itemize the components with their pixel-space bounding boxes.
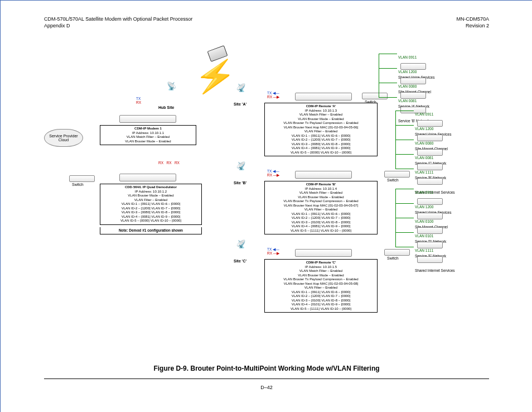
tx-label: TX [136, 97, 141, 100]
remote-a-brouter: VLAN Brouter Mode – Enabled [267, 117, 375, 122]
cloud-label: Service Provider Cloud [49, 134, 78, 142]
remote-b-v4: VLAN ID-4 – [0081] VLAN ID-9 – [0000] [267, 224, 375, 229]
remote-b-device [295, 171, 352, 179]
remote-a-v5: VLAN ID-5 – [0000] VLAN ID-10 – [0000] [267, 151, 375, 155]
revision: Revision 2 [456, 23, 489, 30]
remote-c-v1: VLAN ID-1 – [0911] VLAN ID-6 – [0000] [267, 290, 375, 295]
remote-b-brouter: VLAN Brouter Mode – Enabled [267, 195, 375, 200]
remote-c-title: CDM-IP Remote 'C' [267, 261, 375, 265]
remote-a-v2: VLAN ID-2 – [1200] VLAN ID-7 – [0000] [267, 138, 375, 142]
remote-c-v4: VLAN ID-4 – [0101] VLAN ID-9 – [0000] [267, 303, 375, 307]
remote-a-device [295, 93, 352, 100]
vlan-device-icon [417, 178, 443, 185]
site-c-antenna-icon: 📡 [236, 239, 246, 248]
vlan-device-icon [417, 256, 443, 263]
rx-label: RX [267, 173, 272, 177]
demod-v1: VLAN ID-1 – [0911] VLAN ID-6 – [0000] [102, 202, 200, 207]
remote-b-mac: VLAN Brouter Next Hop MAC [01-02-03-04-0… [267, 204, 375, 208]
vlan-id: VLAN 0911 [398, 55, 417, 59]
hub-switch-device [69, 175, 95, 182]
demod-filter: VLAN Filter – Enabled [102, 198, 200, 203]
remote-a-match: VLAN Match Filter – Enabled [267, 113, 375, 117]
modem1-filter: VLAN Match Filter – Enabled [102, 135, 194, 140]
remote-c-mac: VLAN Brouter Next Hop MAC [01-02-03-04-0… [267, 282, 375, 286]
remote-a-v1: VLAN ID-1 – [0911] VLAN ID-6 – [0000] [267, 134, 375, 138]
demod-device [119, 174, 176, 181]
remote-c-match: VLAN Match Filter – Enabled [267, 269, 375, 274]
demod-brouter: VLAN Brouter Mode – Enabled [102, 194, 200, 198]
vlan-id: VLAN 0101 [415, 234, 433, 238]
vlan-id: VLAN 0081 [398, 99, 417, 103]
remote-b-title: CDM-IP Remote 'B' [267, 183, 375, 187]
remote-c-ip: IP Address: 10.10.1.5 [267, 265, 375, 270]
modem1-box: CDM-IP Modem 1 IP Address: 10.10.1.1 VLA… [100, 125, 196, 145]
rx-label: RX [166, 161, 171, 165]
provider-cloud: Service Provider Cloud [44, 129, 83, 147]
doc-number: MN-CDM570A [456, 16, 489, 23]
demod-v2: VLAN ID-2 – [1200] VLAN ID-7 – [0000] [102, 207, 200, 211]
site-b-antenna-icon: 📡 [236, 161, 246, 170]
remote-a-title: CDM-IP Remote 'A' [267, 104, 375, 109]
demod-ip: IP Address: 10.10.1.2 [102, 190, 200, 194]
remote-c-v5: VLAN ID-5 – [1111] VLAN ID-10 – [0000] [267, 307, 375, 312]
demod-v5: VLAN ID-5 – [0000] VLAN ID-10 – [0000] [102, 219, 200, 223]
modem1-ip: IP Address: 10.10.1.1 [102, 131, 194, 136]
remote-b-box: CDM-IP Remote 'B' IP Address: 10.10.1.4 … [264, 181, 378, 234]
rx-label: RX [267, 251, 272, 255]
switch-label: Switch [72, 183, 84, 186]
remote-c-device [295, 249, 352, 257]
figure-caption: Figure D-9. Brouter Point-to-MultiPoint … [1, 365, 532, 372]
tx-label: TX [267, 169, 272, 173]
lightning-icon: ⚡ [193, 55, 238, 98]
site-a-antenna-icon: 📡 [236, 83, 246, 92]
remote-a-comp: VLAN Brouter Tx Payload Compression – En… [267, 121, 375, 126]
tx-label: TX [267, 91, 272, 95]
vlan-id: VLAN 1200 [415, 127, 433, 131]
vlan-id: VLAN 0080 [398, 84, 417, 88]
rx-label: RX [158, 161, 163, 165]
remote-b-comp: VLAN Brouter Tx Payload Compression – En… [267, 199, 375, 204]
vlan-id: VLAN 1200 [415, 205, 433, 209]
remote-a-filter: VLAN Filter – Enabled [267, 130, 375, 134]
site-a-label: Site 'A' [234, 102, 246, 106]
demod-v4: VLAN ID-4 – [0081] VLAN ID-9 – [0000] [102, 215, 200, 219]
remote-b-ip: IP Address: 10.10.1.4 [267, 187, 375, 191]
modem1-title: CDM-IP Modem 1 [102, 127, 194, 131]
rx-label: RX [267, 95, 272, 99]
modem1-brouter: VLAN Brouter Mode – Enabled [102, 140, 194, 144]
rx-label: RX [175, 161, 180, 165]
page-header: CDM-570L/570AL Satellite Modem with Opti… [44, 16, 489, 29]
vlan-id: VLAN 0081 [415, 156, 433, 160]
vlan-id: VLAN 1200 [398, 70, 417, 74]
remote-b-v5: VLAN ID-5 – [1111] VLAN ID-10 – [0000] [267, 229, 375, 233]
page-number: D–42 [1, 385, 532, 390]
site-b-label: Site 'B' [234, 181, 246, 185]
remote-c-brouter: VLAN Brouter Mode – Enabled [267, 274, 375, 278]
vlan-service: Shared Internet Services [415, 269, 455, 272]
appendix-label: Appendix D [44, 23, 192, 30]
remote-c-comp: VLAN Brouter Tx Payload Compression – En… [267, 277, 375, 282]
rx-label: RX [136, 100, 141, 104]
demod-box: CDD-564/L IP Quad Demodulator IP Address… [100, 184, 202, 225]
hub-modem-device [119, 115, 176, 123]
remote-b-v3: VLAN ID-3 – [0100] VLAN ID-8 – [0000] [267, 221, 375, 225]
vlan-id: VLAN 0911 [415, 112, 433, 116]
remote-c-box: CDM-IP Remote 'C' IP Address: 10.10.1.5 … [264, 259, 378, 313]
vlan-id: VLAN 0911 [415, 190, 433, 194]
switch-label: Switch [387, 178, 399, 182]
remote-c-filter: VLAN Filter – Enabled [267, 286, 375, 290]
vlan-id: VLAN 1111 [415, 170, 433, 174]
hub-site-label: Hub Site [158, 106, 174, 109]
demod-title: CDD-564/L IP Quad Demodulator [102, 185, 200, 190]
doc-title: CDM-570L/570AL Satellite Modem with Opti… [44, 16, 192, 23]
vlan-id: VLAN 0100 [415, 219, 433, 223]
remote-a-v3: VLAN ID-3 – [0080] VLAN ID-8 – [0000] [267, 142, 375, 147]
switch-label: Switch [387, 256, 399, 260]
remote-a-mac: VLAN Brouter Next Hop MAC [01-02-03-04-0… [267, 126, 375, 130]
hub-antenna-icon: 📡 [167, 82, 176, 90]
demod-v3: VLAN ID-3 – [0080] VLAN ID-8 – [0000] [102, 210, 200, 215]
vlan-id: VLAN 1111 [415, 248, 433, 252]
switch-c-device [384, 249, 410, 256]
remote-c-v3: VLAN ID-3 – [0100] VLAN ID-8 – [0000] [267, 299, 375, 303]
page: CDM-570L/570AL Satellite Modem with Opti… [0, 0, 532, 412]
